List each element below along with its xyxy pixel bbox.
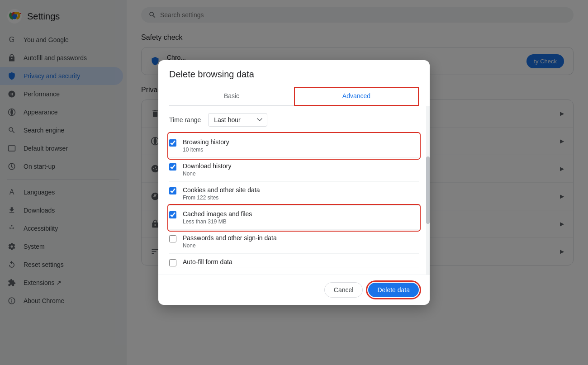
passwords-sublabel: None <box>183 242 277 249</box>
scrollbar-thumb[interactable] <box>426 156 430 224</box>
cookies-checkbox[interactable] <box>169 187 176 194</box>
dialog-footer: Cancel Delete data <box>158 275 430 305</box>
dialog-title: Delete browsing data <box>169 69 419 80</box>
autofill-label: Auto-fill form data <box>183 258 232 265</box>
download-history-sublabel: None <box>183 171 231 177</box>
delete-browsing-dialog: Delete browsing data Basic Advanced Time… <box>158 60 430 305</box>
download-history-checkbox[interactable] <box>169 163 176 171</box>
download-history-label: Download history <box>183 162 231 170</box>
browsing-history-checkbox[interactable] <box>169 139 176 147</box>
cookies-text: Cookies and other site data From 122 sit… <box>183 186 260 201</box>
time-range-label: Time range <box>169 116 201 123</box>
cookies-label: Cookies and other site data <box>183 186 260 194</box>
scrollbar-track <box>426 106 430 275</box>
checkbox-passwords: Passwords and other sign-in data None <box>169 230 419 254</box>
passwords-label: Passwords and other sign-in data <box>183 234 277 242</box>
browsing-history-text: Browsing history 10 items <box>183 138 229 153</box>
time-range-select[interactable]: Last hour Last 24 hours Last 7 days Last… <box>208 113 267 127</box>
cancel-button[interactable]: Cancel <box>324 282 363 298</box>
checkbox-download-history: Download history None <box>169 158 419 182</box>
autofill-text: Auto-fill form data <box>183 258 232 265</box>
browsing-history-label: Browsing history <box>183 138 229 146</box>
dialog-header: Delete browsing data Basic Advanced <box>158 60 430 106</box>
time-range-row: Time range Last hour Last 24 hours Last … <box>169 113 419 127</box>
cached-images-text: Cached images and files Less than 319 MB <box>183 210 252 225</box>
checkbox-cached-images: Cached images and files Less than 319 MB <box>169 206 419 230</box>
browsing-history-sublabel: 10 items <box>183 147 229 153</box>
cached-images-checkbox[interactable] <box>169 211 176 218</box>
modal-overlay: Delete browsing data Basic Advanced Time… <box>0 0 588 365</box>
dialog-tabs: Basic Advanced <box>169 87 419 106</box>
delete-data-button[interactable]: Delete data <box>368 283 419 297</box>
cached-images-sublabel: Less than 319 MB <box>183 218 252 225</box>
autofill-checkbox[interactable] <box>169 259 176 266</box>
download-history-text: Download history None <box>183 162 231 177</box>
cached-images-label: Cached images and files <box>183 210 252 218</box>
passwords-text: Passwords and other sign-in data None <box>183 234 277 249</box>
cookies-sublabel: From 122 sites <box>183 194 260 201</box>
checkbox-browsing-history: Browsing history 10 items <box>169 134 419 158</box>
checkbox-cookies: Cookies and other site data From 122 sit… <box>169 182 419 206</box>
tab-advanced[interactable]: Advanced <box>294 87 419 106</box>
dialog-body: Time range Last hour Last 24 hours Last … <box>158 106 430 275</box>
checkbox-autofill: Auto-fill form data <box>169 254 419 267</box>
passwords-checkbox[interactable] <box>169 235 176 242</box>
tab-basic[interactable]: Basic <box>169 87 294 105</box>
